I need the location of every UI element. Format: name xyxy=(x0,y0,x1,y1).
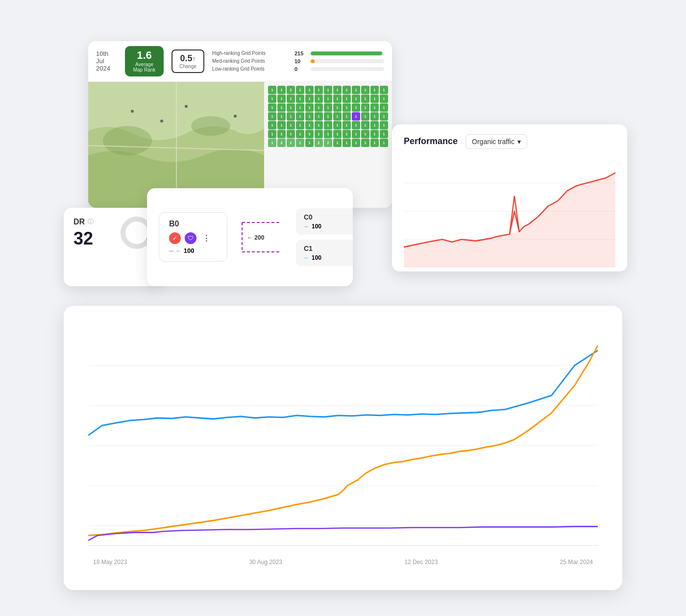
stat-value-med: 10 xyxy=(294,58,307,64)
stat-row-low: Low-ranking Grid Points 0 xyxy=(212,66,384,72)
stat-row-med: Med-ranking Grid Points 10 xyxy=(212,58,384,64)
node-c1-value-row: ← 100 xyxy=(304,254,352,261)
map-date: 10th Jul 2024 xyxy=(96,50,117,72)
x-label-4: 25 Mar 2024 xyxy=(560,559,593,566)
x-label-2: 30 Aug 2023 xyxy=(249,559,282,566)
node-b0: B0 ✓ 🛡 ⋮ ─ ← 100 xyxy=(159,212,227,262)
svg-point-13 xyxy=(185,105,188,108)
main-chart-card: 18 May 2023 30 Aug 2023 12 Dec 2023 25 M… xyxy=(64,306,622,590)
stat-bar-container-high xyxy=(311,51,384,55)
node-b0-icons: ✓ 🛡 ⋮ xyxy=(169,232,217,244)
stat-value-high: 215 xyxy=(294,50,307,56)
svg-text:← 200: ← 200 xyxy=(247,234,265,241)
performance-chart-area xyxy=(404,155,615,268)
stat-bar-container-med xyxy=(311,59,384,63)
performance-card: Performance Organic traffic ▾ xyxy=(392,124,627,271)
stat-value-low: 0 xyxy=(294,66,307,72)
grid-stats: High-ranking Grid Points 215 Med-ranking… xyxy=(212,50,384,72)
c0-val: 100 xyxy=(312,223,321,230)
avg-rank-label: Average Map Rank xyxy=(133,62,156,73)
connector-svg: ← 200 xyxy=(237,208,286,267)
dr-info-icon[interactable]: ⓘ xyxy=(88,218,94,226)
stat-bar-high xyxy=(311,51,382,55)
main-chart-svg xyxy=(88,325,598,566)
svg-point-8 xyxy=(191,116,230,136)
node-c0-value-row: ← 100 xyxy=(304,223,352,230)
arrow-left-c0: ← xyxy=(304,223,310,230)
svg-point-11 xyxy=(131,110,134,113)
node-c1-label: C1 xyxy=(304,245,352,252)
more-icon[interactable]: ⋮ xyxy=(200,232,212,244)
dr-label: DR xyxy=(74,218,85,226)
stat-label-low: Low-ranking Grid Points xyxy=(212,66,291,72)
x-label-1: 18 May 2023 xyxy=(93,559,127,566)
change-value: 0.5↑ xyxy=(179,53,196,64)
node-content: B0 ✓ 🛡 ⋮ ─ ← 100 ← 200 xyxy=(159,198,341,276)
dropdown-arrow-icon: ▾ xyxy=(517,138,521,146)
change-box: 0.5↑ Change xyxy=(172,49,204,73)
main-chart-area: 18 May 2023 30 Aug 2023 12 Dec 2023 25 M… xyxy=(88,325,598,566)
stat-bar-container-low xyxy=(311,67,384,71)
map-card: 10th Jul 2024 1.6 Average Map Rank 0.5↑ … xyxy=(88,41,392,208)
node-b0-label: B0 xyxy=(169,220,217,228)
node-card: B0 ✓ 🛡 ⋮ ─ ← 100 ← 200 xyxy=(147,188,353,286)
organic-traffic-dropdown[interactable]: Organic traffic ▾ xyxy=(466,134,527,149)
dr-header: DR ⓘ xyxy=(74,218,152,226)
node-c1: C1 ← 100 xyxy=(296,240,353,266)
performance-title: Performance xyxy=(404,136,458,147)
node-b0-value: ─ ← 100 xyxy=(169,247,217,254)
c1-val: 100 xyxy=(312,254,321,261)
map-header: 10th Jul 2024 1.6 Average Map Rank 0.5↑ … xyxy=(88,41,392,82)
svg-point-15 xyxy=(123,219,150,246)
avg-rank-badge: 1.6 Average Map Rank xyxy=(125,46,164,76)
stat-row-high: High-ranking Grid Points 215 xyxy=(212,50,384,56)
performance-chart-svg xyxy=(404,155,615,268)
stat-label-med: Med-ranking Grid Points xyxy=(212,58,291,64)
arrow-left-c1: ← xyxy=(304,254,310,261)
x-label-3: 12 Dec 2023 xyxy=(404,559,438,566)
change-label: Change xyxy=(179,64,196,69)
dropdown-label: Organic traffic xyxy=(472,138,514,146)
svg-point-7 xyxy=(103,126,152,155)
stat-bar-med xyxy=(311,59,315,63)
svg-point-12 xyxy=(160,120,163,123)
connector-area: ← 200 xyxy=(237,208,286,267)
avg-rank-value: 1.6 xyxy=(133,50,156,61)
performance-header: Performance Organic traffic ▾ xyxy=(404,134,615,149)
node-c0-label: C0 xyxy=(304,213,352,221)
arrow-left-b0: ─ ← xyxy=(169,247,182,254)
b0-val: 100 xyxy=(184,247,195,254)
shield-icon-purple: 🛡 xyxy=(185,232,196,244)
node-c0: C0 ← 100 xyxy=(296,208,353,235)
check-icon-red: ✓ xyxy=(169,232,181,244)
stat-label-high: High-ranking Grid Points xyxy=(212,50,291,56)
x-axis-labels: 18 May 2023 30 Aug 2023 12 Dec 2023 25 M… xyxy=(88,559,598,566)
right-nodes: C0 ← 100 C1 ← 100 xyxy=(296,208,353,266)
svg-point-14 xyxy=(234,115,237,118)
